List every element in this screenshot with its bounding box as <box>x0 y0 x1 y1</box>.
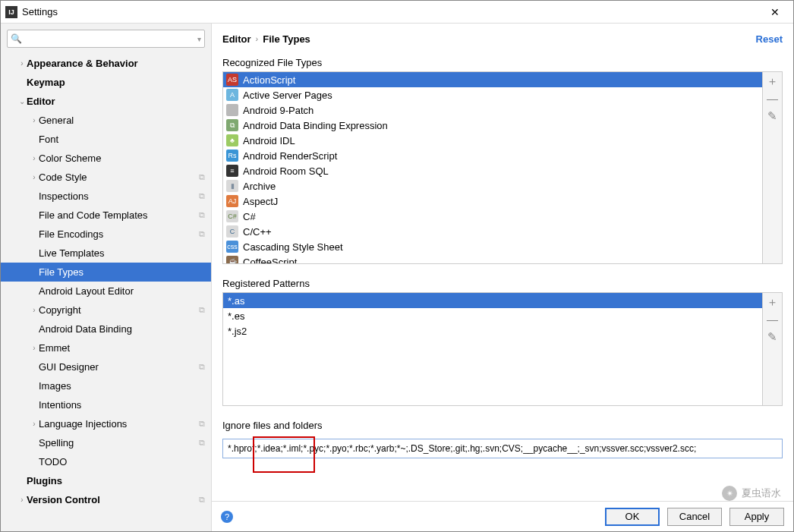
file-type-row[interactable]: C#C# <box>223 209 762 224</box>
ok-button[interactable]: OK <box>605 508 660 526</box>
copy-profile-icon: ⧉ <box>199 438 205 448</box>
chevron-down-icon[interactable]: ▾ <box>197 35 201 43</box>
recognized-label: Recognized File Types <box>222 57 783 68</box>
tree-item-label: Editor <box>27 96 205 107</box>
pattern-row[interactable]: *.as <box>223 293 762 308</box>
tree-item-label: TODO <box>39 456 205 467</box>
tree-item-android-data-binding[interactable]: Android Data Binding <box>1 320 211 338</box>
cancel-button[interactable]: Cancel <box>667 508 722 526</box>
copy-profile-icon: ⧉ <box>199 191 205 201</box>
search-input-wrap[interactable]: 🔍 ▾ <box>7 30 205 48</box>
app-icon: IJ <box>5 6 17 18</box>
settings-tree[interactable]: ›Appearance & BehaviorKeymap⌄Editor›Gene… <box>1 54 211 531</box>
file-type-row[interactable]: Android 9-Patch <box>223 102 762 118</box>
patterns-list[interactable]: *.as*.es*.js2 <box>223 293 762 405</box>
file-type-label: AspectJ <box>243 196 278 207</box>
tree-item-appearance-behavior[interactable]: ›Appearance & Behavior <box>1 54 211 73</box>
tree-item-file-types[interactable]: File Types <box>1 263 211 282</box>
tree-item-copyright[interactable]: ›Copyright⧉ <box>1 301 211 320</box>
reset-link[interactable]: Reset <box>756 33 783 45</box>
tree-item-editor[interactable]: ⌄Editor <box>1 92 211 111</box>
file-type-label: C/C++ <box>243 226 272 238</box>
file-type-icon: C# <box>226 210 238 222</box>
tree-item-label: Copyright <box>39 304 199 316</box>
file-type-row[interactable]: RsAndroid RenderScript <box>223 148 762 163</box>
tree-item-live-templates[interactable]: Live Templates <box>1 244 211 263</box>
chevron-right-icon[interactable]: › <box>30 116 39 124</box>
tree-item-label: Appearance & Behavior <box>27 58 205 69</box>
patterns-sidebuttons: ＋ — ✎ <box>762 293 782 405</box>
file-type-label: Active Server Pages <box>243 90 332 101</box>
chevron-down-icon[interactable]: ⌄ <box>17 97 27 105</box>
pattern-row[interactable]: *.es <box>223 308 762 323</box>
file-type-row[interactable]: AActive Server Pages <box>223 87 762 102</box>
close-icon[interactable]: ✕ <box>761 2 789 23</box>
remove-button[interactable]: — <box>767 313 778 325</box>
add-button[interactable]: ＋ <box>767 296 778 307</box>
tree-item-intentions[interactable]: Intentions <box>1 395 211 414</box>
apply-button[interactable]: Apply <box>729 508 784 526</box>
file-type-icon: Rs <box>226 150 238 162</box>
tree-item-todo[interactable]: TODO <box>1 452 211 471</box>
file-type-label: Archive <box>243 181 276 192</box>
tree-item-label: Plugins <box>27 475 205 486</box>
chevron-right-icon[interactable]: › <box>30 420 39 428</box>
file-types-sidebuttons: ＋ — ✎ <box>762 72 782 263</box>
tree-item-label: GUI Designer <box>39 361 199 373</box>
tree-item-version-control[interactable]: ›Version Control⧉ <box>1 490 211 509</box>
tree-item-file-encodings[interactable]: File Encodings⧉ <box>1 225 211 244</box>
tree-item-keymap[interactable]: Keymap <box>1 73 211 92</box>
tree-item-general[interactable]: ›General <box>1 111 211 130</box>
tree-item-android-layout-editor[interactable]: Android Layout Editor <box>1 282 211 301</box>
file-type-row[interactable]: ≡Android Room SQL <box>223 163 762 178</box>
file-types-list[interactable]: ASActionScriptAActive Server PagesAndroi… <box>223 72 762 263</box>
file-type-icon: AJ <box>226 195 238 207</box>
tree-item-emmet[interactable]: ›Emmet <box>1 338 211 357</box>
chevron-right-icon[interactable]: › <box>30 173 39 181</box>
tree-item-label: Color Scheme <box>39 153 205 164</box>
chevron-right-icon[interactable]: › <box>30 344 39 352</box>
file-type-label: Android 9-Patch <box>243 105 314 116</box>
chevron-right-icon[interactable]: › <box>30 306 39 314</box>
tree-item-label: General <box>39 115 205 126</box>
chevron-right-icon[interactable]: › <box>30 154 39 162</box>
remove-button[interactable]: — <box>767 93 778 104</box>
tree-item-language-injections[interactable]: ›Language Injections⧉ <box>1 414 211 433</box>
file-type-label: Android Room SQL <box>243 165 329 177</box>
file-type-row[interactable]: ♣Android IDL <box>223 133 762 148</box>
add-button[interactable]: ＋ <box>767 75 778 87</box>
pattern-row[interactable]: *.js2 <box>223 323 762 338</box>
edit-button[interactable]: ✎ <box>767 110 777 121</box>
tree-item-color-scheme[interactable]: ›Color Scheme <box>1 149 211 168</box>
ignore-input[interactable] <box>222 439 783 458</box>
tree-item-label: Language Injections <box>39 418 199 430</box>
file-type-row[interactable]: ▮Archive <box>223 178 762 194</box>
tree-item-label: Images <box>39 380 205 392</box>
file-type-icon <box>226 104 238 116</box>
file-type-icon: ☕ <box>226 256 238 263</box>
file-type-row[interactable]: ☕CoffeeScript <box>223 254 762 263</box>
tree-item-gui-designer[interactable]: GUI Designer⧉ <box>1 357 211 376</box>
file-type-row[interactable]: cssCascading Style Sheet <box>223 239 762 254</box>
tree-item-font[interactable]: Font <box>1 130 211 149</box>
chevron-right-icon[interactable]: › <box>17 59 27 68</box>
copy-profile-icon: ⧉ <box>199 210 205 220</box>
file-type-label: Android Data Binding Expression <box>243 120 388 131</box>
tree-item-label: File Encodings <box>39 228 199 240</box>
tree-item-images[interactable]: Images <box>1 376 211 395</box>
file-type-row[interactable]: ⧉Android Data Binding Expression <box>223 118 762 133</box>
tree-item-plugins[interactable]: Plugins <box>1 471 211 490</box>
help-icon[interactable]: ? <box>221 511 233 523</box>
file-type-row[interactable]: AJAspectJ <box>223 194 762 209</box>
copy-profile-icon: ⧉ <box>199 305 205 315</box>
file-type-row[interactable]: CC/C++ <box>223 224 762 239</box>
file-type-row[interactable]: ASActionScript <box>223 72 762 87</box>
edit-button[interactable]: ✎ <box>767 331 777 342</box>
tree-item-spelling[interactable]: Spelling⧉ <box>1 433 211 452</box>
tree-item-inspections[interactable]: Inspections⧉ <box>1 187 211 206</box>
chevron-right-icon[interactable]: › <box>17 496 27 504</box>
tree-item-file-and-code-templates[interactable]: File and Code Templates⧉ <box>1 206 211 225</box>
tree-item-code-style[interactable]: ›Code Style⧉ <box>1 168 211 187</box>
tree-item-label: Code Style <box>39 172 199 183</box>
search-input[interactable] <box>24 33 197 44</box>
